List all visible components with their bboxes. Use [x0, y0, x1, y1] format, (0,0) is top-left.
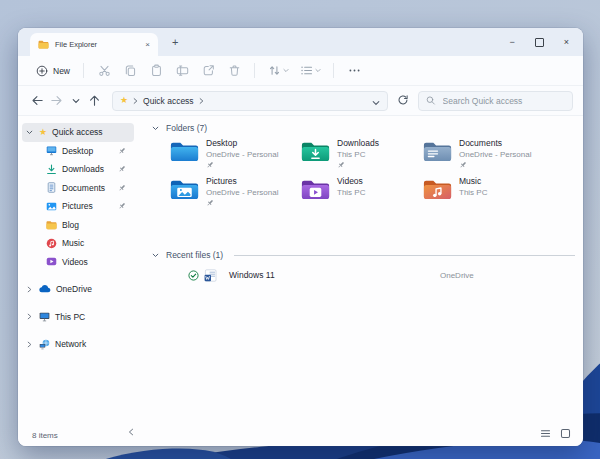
new-button[interactable]: New	[30, 62, 76, 80]
minimize-button[interactable]: −	[509, 38, 514, 47]
sidebar-item-videos[interactable]: Videos	[22, 253, 134, 272]
close-button[interactable]: ×	[564, 38, 569, 47]
chevron-right-icon[interactable]	[24, 286, 34, 293]
videos-icon	[46, 256, 57, 267]
explorer-body: ★ Quick access Desktop Downlo	[18, 116, 583, 424]
pin-icon	[118, 202, 126, 212]
sidebar-item-pictures[interactable]: Pictures	[22, 197, 134, 216]
sidebar-item-documents[interactable]: Documents	[22, 179, 134, 198]
refresh-button[interactable]	[397, 92, 409, 110]
music-icon	[46, 238, 57, 249]
chevron-right-icon[interactable]	[24, 313, 34, 320]
new-icon	[36, 65, 48, 77]
downloads-icon	[46, 164, 57, 175]
share-button[interactable]	[195, 64, 221, 77]
folder-name: Desktop	[206, 138, 278, 148]
tab-bar: File Explorer × + − ×	[18, 28, 583, 56]
sidebar-item-onedrive[interactable]: OneDrive	[22, 280, 134, 299]
chevron-down-icon	[372, 100, 380, 106]
paste-icon	[150, 64, 163, 77]
chevron-down-icon	[152, 253, 159, 258]
folder-tile-documents[interactable]: Documents OneDrive - Personal	[423, 138, 549, 169]
sidebar-item-desktop[interactable]: Desktop	[22, 142, 134, 161]
copy-icon	[124, 64, 137, 77]
pin-icon	[118, 147, 126, 157]
recent-file-row[interactable]: Windows 11 OneDrive	[188, 266, 275, 284]
pin-icon	[337, 161, 345, 169]
folder-location: This PC	[337, 150, 379, 159]
item-count: 8 items	[32, 431, 58, 440]
documents-folder-icon	[423, 140, 452, 164]
large-icons-view-icon[interactable]	[560, 428, 571, 439]
folder-tile-desktop[interactable]: Desktop OneDrive - Personal	[170, 138, 296, 169]
tab-close-icon[interactable]: ×	[145, 41, 150, 49]
sidebar-item-downloads[interactable]: Downloads	[22, 160, 134, 179]
view-icon	[300, 64, 313, 77]
folder-tile-downloads[interactable]: Downloads This PC	[301, 138, 427, 169]
share-icon	[202, 64, 215, 77]
videos-folder-icon	[301, 178, 330, 202]
back-button[interactable]	[28, 94, 47, 107]
address-dropdown-button[interactable]	[372, 92, 380, 110]
folder-tile-music[interactable]: Music This PC	[423, 176, 549, 202]
folder-name: Pictures	[206, 176, 278, 186]
address-field[interactable]: ★ Quick access	[112, 91, 388, 111]
sidebar-item-quick-access[interactable]: ★ Quick access	[22, 123, 134, 142]
folder-location: This PC	[337, 188, 365, 197]
tab-file-explorer[interactable]: File Explorer ×	[30, 33, 158, 56]
new-tab-button[interactable]: +	[172, 37, 178, 48]
copy-button[interactable]	[117, 64, 143, 77]
chevron-down-icon[interactable]	[24, 130, 34, 135]
folder-name: Downloads	[337, 138, 379, 148]
pin-icon	[118, 184, 126, 194]
pin-icon	[206, 199, 214, 207]
pc-icon	[39, 311, 50, 322]
folder-tile-videos[interactable]: Videos This PC	[301, 176, 427, 202]
navigation-pane: ★ Quick access Desktop Downlo	[18, 116, 138, 424]
cut-button[interactable]	[91, 64, 117, 77]
more-options-button[interactable]	[341, 64, 367, 77]
desktop-folder-icon	[170, 140, 199, 164]
details-view-icon[interactable]	[540, 428, 551, 439]
recent-locations-button[interactable]	[66, 98, 85, 104]
view-button[interactable]	[294, 64, 326, 77]
breadcrumb[interactable]: Quick access	[143, 96, 194, 106]
folder-icon	[38, 40, 49, 49]
up-icon	[88, 94, 101, 107]
chevron-right-icon[interactable]	[24, 341, 34, 348]
sort-icon	[268, 64, 281, 77]
recent-files-section-header[interactable]: Recent files (1)	[152, 250, 223, 260]
sidebar-item-this-pc[interactable]: This PC	[22, 308, 134, 327]
forward-button[interactable]	[47, 94, 66, 107]
window-controls: − ×	[509, 28, 569, 56]
back-icon	[31, 94, 44, 107]
chevron-right-icon	[199, 97, 204, 105]
sync-status-icon	[188, 270, 199, 281]
delete-button[interactable]	[221, 64, 247, 77]
rename-icon	[176, 64, 189, 77]
file-explorer-window: File Explorer × + − × New	[18, 28, 583, 446]
folder-location: OneDrive - Personal	[459, 150, 531, 159]
folders-section-header[interactable]: Folders (7)	[152, 123, 207, 133]
chevron-left-icon[interactable]	[128, 428, 134, 438]
word-document-icon	[204, 269, 217, 282]
pin-icon	[118, 165, 126, 175]
folder-tile-pictures[interactable]: Pictures OneDrive - Personal	[170, 176, 296, 207]
chevron-down-icon	[315, 68, 321, 73]
search-input[interactable]	[441, 95, 565, 107]
sidebar-item-blog[interactable]: Blog	[22, 216, 134, 235]
up-button[interactable]	[85, 94, 104, 107]
sort-button[interactable]	[262, 64, 294, 77]
folder-name: Documents	[459, 138, 531, 148]
sidebar-item-network[interactable]: Network	[22, 335, 134, 354]
command-bar: New	[18, 56, 583, 86]
toolbar-separator	[333, 63, 334, 78]
more-icon	[348, 64, 361, 77]
sidebar-item-music[interactable]: Music	[22, 234, 134, 253]
paste-button[interactable]	[143, 64, 169, 77]
maximize-button[interactable]	[535, 38, 544, 47]
search-box[interactable]	[418, 91, 573, 111]
desktop: File Explorer × + − × New	[0, 0, 600, 459]
chevron-down-icon	[72, 98, 80, 104]
rename-button[interactable]	[169, 64, 195, 77]
